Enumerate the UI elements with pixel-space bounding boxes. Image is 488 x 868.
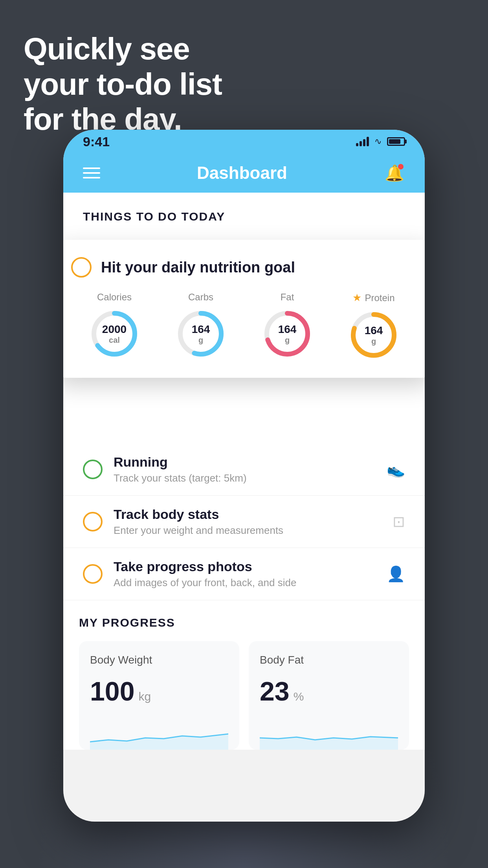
body-weight-card: Body Weight 100 kg — [79, 641, 239, 750]
wifi-icon: ∿ — [374, 136, 382, 147]
protein-label-row: ★ Protein — [352, 292, 394, 304]
nutrition-fat: Fat 164 g — [262, 292, 313, 359]
phone-mockup: 9:41 ∿ Dashboard 🔔 THINGS TO DO TODAY — [63, 130, 425, 822]
svg-marker-9 — [260, 737, 398, 750]
running-subtitle: Track your stats (target: 5km) — [114, 472, 376, 484]
body-weight-card-title: Body Weight — [90, 654, 228, 666]
protein-value: 164 — [365, 324, 383, 337]
nutrition-carbs: Carbs 164 g — [175, 292, 226, 359]
calories-label: Calories — [97, 292, 132, 303]
body-stats-check-circle — [83, 512, 103, 531]
battery-icon — [387, 137, 405, 146]
star-icon: ★ — [352, 292, 361, 304]
progress-header: MY PROGRESS — [79, 616, 409, 629]
nutrition-circles: Calories 2000 cal Carbs — [71, 292, 417, 360]
menu-button[interactable] — [83, 167, 100, 178]
todo-item-body-stats[interactable]: Track body stats Enter your weight and m… — [63, 496, 425, 548]
body-weight-value-row: 100 kg — [90, 676, 228, 706]
running-text: Running Track your stats (target: 5km) — [114, 454, 376, 484]
body-stats-title: Track body stats — [114, 507, 382, 522]
todo-item-progress-photos[interactable]: Take progress photos Add images of your … — [63, 548, 425, 600]
notification-button[interactable]: 🔔 — [384, 162, 405, 184]
progress-photos-icon: 👤 — [387, 565, 405, 583]
progress-photos-title: Take progress photos — [114, 559, 376, 574]
protein-donut: 164 g — [348, 309, 399, 360]
body-stats-text: Track body stats Enter your weight and m… — [114, 507, 382, 537]
body-weight-unit: kg — [138, 690, 151, 703]
nutrition-card-title: Hit your daily nutrition goal — [101, 259, 295, 276]
fat-donut: 164 g — [262, 308, 313, 359]
progress-photos-check-circle — [83, 564, 103, 584]
calories-donut: 2000 cal — [89, 308, 140, 359]
todo-item-running[interactable]: Running Track your stats (target: 5km) 👟 — [63, 443, 425, 496]
body-stats-icon: ⊡ — [393, 513, 405, 530]
running-icon: 👟 — [387, 461, 405, 478]
progress-photos-subtitle: Add images of your front, back, and side — [114, 577, 376, 589]
content-area: THINGS TO DO TODAY Hit your daily nutrit… — [63, 193, 425, 750]
progress-photos-text: Take progress photos Add images of your … — [114, 559, 376, 589]
running-title: Running — [114, 454, 376, 470]
fat-value: 164 — [278, 323, 297, 336]
body-fat-card: Body Fat 23 % — [249, 641, 409, 750]
nutrition-card-title-row: Hit your daily nutrition goal — [71, 257, 417, 278]
carbs-donut: 164 g — [175, 308, 226, 359]
running-check-circle — [83, 460, 103, 479]
progress-cards: Body Weight 100 kg Body Fat — [79, 641, 409, 750]
body-fat-chart — [260, 718, 398, 750]
things-to-do-header: THINGS TO DO TODAY — [63, 193, 425, 231]
signal-icon — [356, 137, 369, 146]
body-fat-value-row: 23 % — [260, 676, 398, 706]
status-bar: 9:41 ∿ — [63, 130, 425, 153]
carbs-label: Carbs — [188, 292, 213, 303]
headline: Quickly seeyour to-do listfor the day. — [24, 31, 222, 137]
todo-list: Running Track your stats (target: 5km) 👟… — [63, 440, 425, 600]
calories-value: 2000 — [102, 323, 127, 336]
protein-unit: g — [365, 337, 383, 346]
status-icons: ∿ — [356, 136, 405, 147]
calories-unit: cal — [102, 336, 127, 345]
status-time: 9:41 — [83, 134, 110, 149]
notification-dot — [398, 164, 404, 169]
protein-label: Protein — [365, 292, 394, 303]
nutrition-card: Hit your daily nutrition goal Calories 2… — [63, 240, 425, 378]
body-fat-value: 23 — [260, 676, 290, 706]
app-header: Dashboard 🔔 — [63, 153, 425, 193]
nutrition-protein: ★ Protein 164 g — [348, 292, 399, 360]
fat-unit: g — [278, 336, 297, 345]
body-weight-chart — [90, 718, 228, 750]
body-stats-subtitle: Enter your weight and measurements — [114, 524, 382, 537]
nutrition-calories: Calories 2000 cal — [89, 292, 140, 359]
body-fat-card-title: Body Fat — [260, 654, 398, 666]
carbs-value: 164 — [192, 323, 210, 336]
nutrition-check-circle[interactable] — [71, 257, 92, 278]
fat-label: Fat — [281, 292, 294, 303]
body-weight-value: 100 — [90, 676, 134, 706]
body-fat-unit: % — [294, 690, 304, 703]
svg-marker-8 — [90, 734, 228, 750]
app-title: Dashboard — [197, 163, 287, 183]
carbs-unit: g — [192, 336, 210, 345]
my-progress-section: MY PROGRESS Body Weight 100 kg — [63, 600, 425, 750]
